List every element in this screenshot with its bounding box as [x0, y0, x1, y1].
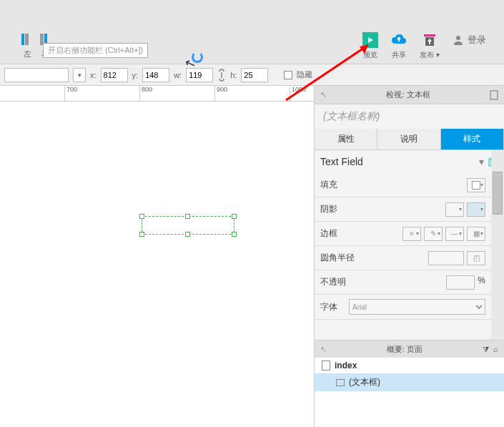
style-menu-icon[interactable]: ▾	[479, 156, 484, 167]
inspector-title: 检视: 文本框	[386, 89, 430, 100]
opacity-unit: %	[478, 275, 485, 290]
properties-bar: ▾ x: y: w: h: 隐藏	[0, 64, 504, 86]
y-label: y:	[132, 71, 139, 79]
name-dropdown[interactable]: ▾	[73, 68, 86, 82]
widget-icon	[336, 379, 345, 386]
ruler-tick: 800	[139, 86, 152, 101]
page-icon[interactable]	[490, 90, 498, 100]
border-width-button[interactable]: ≡	[402, 227, 421, 241]
h-label: h:	[230, 71, 237, 79]
radius-corners-button[interactable]: ◰	[467, 251, 485, 265]
border-vis-button[interactable]: ▦	[467, 227, 485, 241]
svg-point-6	[456, 36, 460, 40]
preview-button[interactable]: 预览	[362, 32, 378, 60]
collapse-icon[interactable]: ↖	[320, 345, 327, 354]
shadow-label: 阴影	[320, 203, 445, 215]
user-icon	[453, 34, 464, 46]
radius-input[interactable]	[428, 251, 464, 265]
publish-button[interactable]: 发布 ▾	[420, 32, 440, 60]
font-row: 字体 Arial	[315, 295, 491, 320]
fill-row: 填充	[315, 173, 491, 197]
outline-widget-item[interactable]: (文本框)	[315, 373, 504, 391]
search-icon[interactable]: ⌕	[493, 345, 498, 353]
opacity-input[interactable]	[446, 275, 475, 290]
collapse-icon[interactable]: ↖	[320, 90, 327, 99]
widget-type-label: Text Field	[320, 156, 479, 167]
login-button[interactable]: 登录	[453, 34, 486, 46]
publish-icon	[422, 32, 438, 48]
border-label: 边框	[320, 227, 349, 240]
ruler-tick: 900	[214, 86, 227, 101]
preview-label: 预览	[363, 50, 377, 60]
outline-title: 概要: 页面	[327, 344, 483, 355]
tab-style[interactable]: 样式	[441, 129, 504, 149]
publish-label: 发布 ▾	[420, 50, 440, 60]
radius-row: 圆角半径 ◰	[315, 246, 491, 270]
style-panel: Text Field ▾ 填充 阴影 边框 ≡ ✎ — ▦ 圆	[315, 150, 504, 340]
align-left-button[interactable]: 左	[20, 32, 34, 59]
border-row: 边框 ≡ ✎ — ▦	[315, 222, 491, 246]
border-color-button[interactable]: ✎	[424, 227, 443, 241]
top-toolbar: 左 右 开启右侧功能栏 (Ctrl+Alt+]) ↖ 预览 共享 发布 ▾	[0, 0, 504, 64]
opacity-label: 不透明	[320, 276, 446, 288]
outline-panel: ↖ 概要: 页面 ⧩ ⌕ index (文本框)	[315, 340, 504, 427]
scrollbar[interactable]	[491, 150, 504, 340]
opacity-row: 不透明 %	[315, 270, 491, 295]
play-icon	[362, 32, 378, 48]
resize-handle[interactable]	[232, 232, 237, 237]
ruler-tick: 1000	[290, 86, 306, 101]
tooltip: 开启右侧功能栏 (Ctrl+Alt+])	[43, 43, 148, 58]
selected-widget[interactable]	[142, 216, 234, 235]
svg-rect-0	[21, 34, 24, 45]
outline-widget-label: (文本框)	[349, 376, 380, 388]
outline-page-label: index	[335, 360, 357, 370]
hide-checkbox[interactable]	[284, 71, 292, 79]
x-label: x:	[90, 71, 97, 79]
inspector-panel: ↖ 检视: 文本框 (文本框名称) 属性 说明 样式 Text Field ▾ …	[314, 86, 504, 427]
share-label: 共享	[392, 50, 406, 60]
shadow-row: 阴影	[315, 197, 491, 222]
w-label: w:	[174, 71, 182, 79]
inspector-header: ↖ 检视: 文本框	[315, 86, 504, 104]
tab-notes[interactable]: 说明	[377, 129, 440, 149]
radius-label: 圆角半径	[320, 252, 428, 264]
ruler-tick: 700	[64, 86, 77, 101]
fill-color-picker[interactable]	[467, 178, 485, 192]
border-style-button[interactable]: —	[445, 227, 464, 241]
widget-name-field[interactable]: (文本框名称)	[315, 104, 504, 129]
x-input[interactable]	[101, 68, 128, 82]
font-select[interactable]: Arial	[349, 299, 485, 315]
h-input[interactable]	[241, 68, 268, 82]
inspector-tabs: 属性 说明 样式	[315, 129, 504, 150]
filter-icon[interactable]: ⧩	[483, 345, 489, 354]
outer-shadow-button[interactable]	[445, 202, 464, 217]
outline-page-item[interactable]: index	[315, 358, 504, 373]
resize-handle[interactable]	[185, 214, 190, 219]
widget-name-input[interactable]	[4, 68, 69, 82]
resize-handle[interactable]	[139, 214, 144, 219]
svg-rect-4	[424, 34, 435, 36]
tab-properties[interactable]: 属性	[315, 129, 377, 149]
share-button[interactable]: 共享	[391, 32, 407, 60]
resize-handle[interactable]	[232, 214, 237, 219]
align-left-icon	[20, 32, 34, 46]
inner-shadow-button[interactable]	[467, 202, 485, 217]
fill-label: 填充	[320, 179, 467, 191]
align-left-label: 左	[24, 49, 31, 59]
resize-handle[interactable]	[139, 232, 144, 237]
y-input[interactable]	[142, 68, 169, 82]
hide-label: 隐藏	[297, 69, 312, 80]
cloud-icon	[391, 32, 407, 48]
font-label: 字体	[320, 301, 349, 313]
svg-rect-8	[490, 91, 498, 99]
page-icon	[322, 360, 330, 370]
login-label: 登录	[468, 34, 486, 46]
resize-handle[interactable]	[185, 232, 190, 237]
scrollbar-thumb[interactable]	[493, 172, 503, 215]
svg-rect-1	[25, 34, 29, 45]
link-icon[interactable]	[217, 69, 226, 82]
